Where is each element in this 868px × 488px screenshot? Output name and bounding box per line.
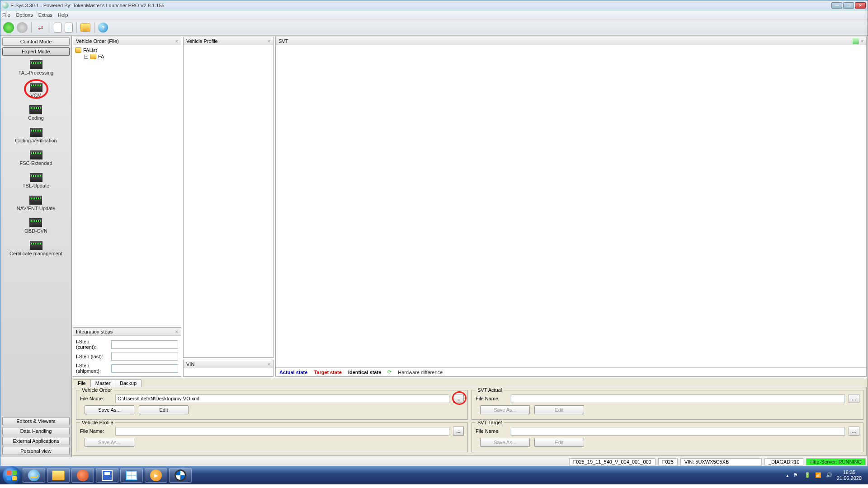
- tree-fa[interactable]: + FA: [75, 53, 179, 60]
- tool-cert-management[interactable]: Certificate management: [9, 241, 62, 256]
- close-icon[interactable]: ×: [861, 38, 863, 44]
- tool-tal-processing[interactable]: TAL-Processing: [19, 60, 53, 75]
- status-server: Http-Server: RUNNING: [806, 458, 866, 465]
- taskbar-ie[interactable]: [23, 468, 45, 483]
- back-icon[interactable]: [3, 22, 14, 33]
- start-button[interactable]: [3, 466, 21, 484]
- taskbar-firefox[interactable]: [71, 468, 94, 483]
- save-icon: [102, 470, 113, 481]
- editors-viewers-button[interactable]: Editors & Viewers: [2, 417, 70, 425]
- ie-icon: [28, 469, 40, 481]
- vp-browse-button[interactable]: ...: [453, 427, 464, 436]
- bottom-tabs-area: File Master Backup Vehicle Order File Na…: [72, 378, 868, 457]
- tool-icon: [30, 60, 42, 69]
- forward-icon: [17, 22, 28, 33]
- open-folder-icon[interactable]: [80, 23, 90, 32]
- tab-master[interactable]: Master: [90, 379, 116, 387]
- connect-icon[interactable]: ⇄: [35, 22, 46, 33]
- taskbar-bmw[interactable]: [169, 468, 192, 483]
- taskbar-save[interactable]: [96, 468, 118, 483]
- separator: [76, 22, 77, 33]
- svt-actual-browse-button[interactable]: ...: [849, 394, 859, 403]
- vo-edit-button[interactable]: Edit: [139, 405, 189, 414]
- svt-actual-filename-label: File Name:: [476, 396, 507, 401]
- fieldset-legend: Vehicle Profile: [80, 420, 115, 425]
- fieldset-legend: Vehicle Order: [80, 387, 114, 393]
- system-tray: ▴ ⚑ 🔋 📶 🔊 16:35 21.06.2020: [786, 469, 865, 481]
- close-button[interactable]: ✕: [855, 2, 866, 9]
- tool-tsl-update[interactable]: TSL-Update: [23, 173, 49, 188]
- menu-file[interactable]: File: [2, 12, 10, 18]
- panel-title: Integration steps: [76, 329, 113, 334]
- clock[interactable]: 16:35 21.06.2020: [837, 469, 862, 481]
- minimize-button[interactable]: —: [831, 2, 842, 9]
- battery-icon[interactable]: 🔋: [804, 472, 811, 479]
- tool-coding-verification[interactable]: Coding-Verification: [15, 128, 57, 143]
- help-icon[interactable]: ?: [98, 23, 108, 33]
- svt-actual-filename-input[interactable]: [511, 394, 845, 403]
- folder-icon: [52, 470, 65, 480]
- tab-backup[interactable]: Backup: [115, 379, 142, 387]
- flag-icon[interactable]: ⚑: [793, 472, 800, 479]
- comfort-mode-button[interactable]: Comfort Mode: [2, 38, 70, 46]
- svt-target-filename-input[interactable]: [511, 427, 845, 436]
- svt-target-save-as-button: Save As...: [480, 438, 530, 447]
- tool-coding[interactable]: Coding: [28, 105, 44, 121]
- data-handling-button[interactable]: Data Handling: [2, 427, 70, 435]
- vp-filename-input[interactable]: [115, 427, 449, 436]
- tree-falist[interactable]: FAList: [75, 47, 179, 53]
- integration-steps-panel: Integration steps × I-Step (current): I-…: [73, 327, 181, 377]
- bmw-icon: [175, 469, 186, 481]
- download-icon[interactable]: [65, 23, 73, 33]
- menu-options[interactable]: Options: [16, 12, 33, 18]
- tool-obd-cvn[interactable]: OBD-CVN: [24, 218, 47, 234]
- vehicle-order-panel: Vehicle Order (File) × FAList + FA: [73, 37, 181, 325]
- close-icon[interactable]: ×: [175, 329, 178, 334]
- istep-current-input[interactable]: [111, 340, 178, 349]
- fieldset-legend: SVT Actual: [476, 387, 504, 393]
- svt-target-edit-button: Edit: [534, 438, 584, 447]
- external-apps-button[interactable]: External Applications: [2, 437, 70, 445]
- tool-icon: [30, 150, 42, 160]
- volume-icon[interactable]: 🔊: [826, 472, 832, 479]
- identical-state-label: Identical state: [348, 370, 381, 375]
- toolbar: ⇄ ?: [0, 19, 868, 36]
- new-doc-icon[interactable]: [54, 23, 62, 33]
- istep-shipment-input[interactable]: [111, 364, 178, 373]
- tool-nav-ent-update[interactable]: NAV/ENT-Update: [17, 196, 55, 211]
- menu-help[interactable]: Help: [58, 12, 68, 18]
- vin-panel: VIN ×: [183, 360, 274, 377]
- vo-filename-input[interactable]: [115, 394, 449, 403]
- tab-file[interactable]: File: [73, 379, 91, 387]
- istep-last-input[interactable]: [111, 352, 178, 361]
- network-icon[interactable]: 📶: [815, 472, 821, 479]
- vp-filename-label: File Name:: [80, 428, 112, 434]
- taskbar-windows[interactable]: [120, 468, 143, 483]
- refresh-icon[interactable]: [853, 38, 859, 44]
- app-icon: [2, 2, 9, 9]
- tray-chevron-icon[interactable]: ▴: [786, 473, 789, 479]
- close-icon[interactable]: ×: [175, 38, 178, 44]
- target-state-label: Target state: [314, 370, 342, 375]
- tool-vcm[interactable]: VCM: [30, 83, 42, 98]
- separator: [50, 22, 50, 33]
- svt-target-browse-button[interactable]: ...: [849, 427, 859, 436]
- tool-fsc-extended[interactable]: FSC-Extended: [19, 150, 52, 166]
- close-icon[interactable]: ×: [268, 38, 270, 44]
- menu-extras[interactable]: Extras: [38, 12, 52, 18]
- istep-last-label: I-Step (last):: [76, 354, 108, 359]
- tool-icon: [29, 196, 42, 205]
- taskbar-media[interactable]: ▶: [145, 468, 167, 483]
- personal-view-button[interactable]: Personal view: [2, 447, 70, 455]
- expert-mode-button[interactable]: Expert Mode: [2, 47, 70, 56]
- expand-icon[interactable]: +: [84, 55, 88, 59]
- svt-actual-save-as-button: Save As...: [480, 405, 530, 414]
- close-icon[interactable]: ×: [268, 361, 270, 367]
- status-build: F025_19_11_540_V_004_001_000: [569, 458, 656, 465]
- highlight-circle: [452, 391, 467, 405]
- svt-panel: SVT × Actual state Target state Identica…: [275, 37, 867, 377]
- status-diag: _DIAGADR10: [764, 458, 803, 465]
- vo-save-as-button[interactable]: Save As...: [85, 405, 134, 414]
- maximize-button[interactable]: ❐: [843, 2, 854, 9]
- taskbar-explorer[interactable]: [47, 468, 70, 483]
